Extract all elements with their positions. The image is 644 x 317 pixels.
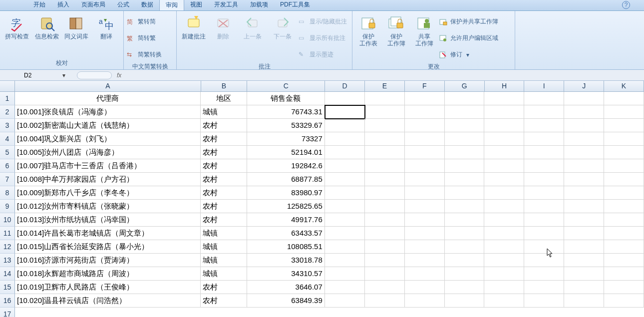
cell[interactable]: [10.002]新密嵩山大道店（钱慧纳） [15,119,201,132]
row-header[interactable]: 3 [0,119,15,132]
cell[interactable] [405,200,445,213]
thesaurus-button[interactable]: 同义词库 [63,13,91,40]
cell[interactable] [325,186,365,200]
worksheet-grid[interactable]: ABCDEFGHIJK 1234567891011121314151617 代理… [0,81,644,317]
new-comment-button[interactable]: 新建批注 [180,13,207,40]
cell[interactable]: [10.016]济源市河苑街店（贾涛涛） [15,254,201,267]
fx-icon[interactable]: fx [117,72,121,79]
cell[interactable] [604,132,644,146]
cell[interactable] [484,132,524,146]
col-header-F[interactable]: F [405,81,445,91]
cell[interactable] [484,186,524,200]
cell[interactable] [564,281,604,294]
cell[interactable] [564,254,604,267]
name-box[interactable]: D2 [0,72,60,79]
cell[interactable] [484,146,524,159]
cell[interactable] [564,92,604,105]
name-box-dropdown[interactable]: ▾ [60,72,68,79]
cell[interactable] [405,146,445,159]
cell[interactable] [365,200,405,213]
cell[interactable] [365,254,405,267]
cell[interactable]: 农村 [201,159,247,173]
row-header[interactable]: 17 [0,308,15,317]
cell[interactable] [325,119,365,132]
cell[interactable] [524,254,564,267]
cell[interactable] [484,213,524,227]
cell[interactable] [564,213,604,227]
cell[interactable] [484,92,524,105]
cell[interactable] [365,240,405,254]
cell[interactable] [524,146,564,159]
cell[interactable] [325,132,365,146]
cell[interactable] [564,119,604,132]
cell[interactable] [405,213,445,227]
cell[interactable] [604,254,644,267]
row-header[interactable]: 5 [0,146,15,159]
cell[interactable] [564,105,604,119]
cell[interactable] [445,200,485,213]
col-header-D[interactable]: D [325,81,365,91]
cell[interactable] [524,213,564,227]
col-header-A[interactable]: A [15,81,201,91]
tab-4[interactable]: 数据 [135,0,159,10]
cell[interactable] [405,227,445,240]
cell[interactable]: 销售金额 [247,92,325,105]
cell[interactable] [445,92,485,105]
cell[interactable]: [10.004]巩义新兴店（刘飞） [15,132,201,146]
row-header[interactable]: 7 [0,173,15,186]
cell[interactable] [445,173,485,186]
cell[interactable] [524,132,564,146]
cell[interactable] [524,267,564,281]
cell[interactable] [524,200,564,213]
cell[interactable] [484,254,524,267]
cell[interactable]: [10.019]卫辉市人民路店（王俊峰） [15,281,201,294]
cell[interactable] [445,119,485,132]
cell[interactable] [524,281,564,294]
cell[interactable] [365,92,405,105]
cell[interactable] [445,186,485,200]
research-button[interactable]: 信息检索 [33,13,61,40]
column-headers[interactable]: ABCDEFGHIJK [15,81,644,92]
tab-7[interactable]: 开发工具 [208,0,244,10]
cell[interactable] [365,173,405,186]
cell[interactable] [604,267,644,281]
cell[interactable] [524,92,564,105]
cell[interactable]: 城镇 [201,254,247,267]
cell[interactable] [564,227,604,240]
cell[interactable] [365,213,405,227]
cell[interactable] [405,281,445,294]
cell[interactable] [604,186,644,200]
tab-0[interactable]: 开始 [27,0,51,10]
cell[interactable] [564,186,604,200]
tab-8[interactable]: 加载项 [244,0,274,10]
cell[interactable]: [10.008]中牟万邦家园店（户方召） [15,173,201,186]
cell[interactable] [325,173,365,186]
cell[interactable] [484,173,524,186]
cell[interactable]: [10.001]张良镇店（冯海彦） [15,105,201,119]
translate-button[interactable]: a中 翻译 [92,13,120,40]
cell[interactable]: 3646.07 [247,281,325,294]
cell[interactable] [484,119,524,132]
col-header-K[interactable]: K [604,81,644,91]
cell[interactable] [564,240,604,254]
cell[interactable] [405,240,445,254]
cell[interactable] [325,254,365,267]
col-header-G[interactable]: G [445,81,485,91]
row-header[interactable]: 2 [0,105,15,119]
cell[interactable] [365,159,405,173]
cell[interactable]: 125825.65 [247,200,325,213]
row-headers[interactable]: 1234567891011121314151617 [0,92,15,317]
cell[interactable] [524,159,564,173]
cell[interactable] [365,281,405,294]
cell[interactable]: [10.013]汝州市纸坊镇店（冯幸国） [15,213,201,227]
row-header[interactable]: 6 [0,159,15,173]
cell[interactable] [405,105,445,119]
cell[interactable] [445,146,485,159]
cell[interactable] [445,159,485,173]
cells[interactable]: 代理商地区销售金额[10.001]张良镇店（冯海彦）城镇76743.31[10.… [15,92,644,308]
cell[interactable] [564,294,604,308]
cell[interactable] [604,294,644,308]
row-header[interactable]: 9 [0,200,15,213]
cell[interactable]: 农村 [201,146,247,159]
cell[interactable] [484,240,524,254]
